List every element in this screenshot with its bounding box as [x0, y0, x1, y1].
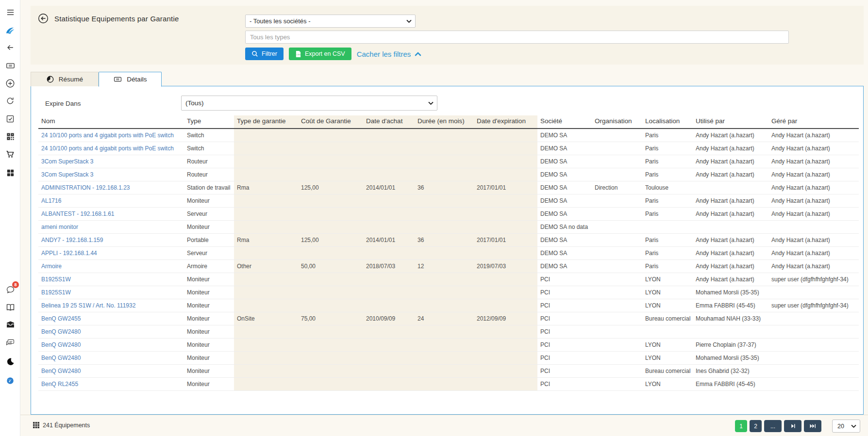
table-cell [474, 155, 537, 168]
equipment-name-link[interactable]: BenQ GW2480 [41, 368, 81, 374]
table-cell [415, 364, 474, 377]
table-cell [298, 220, 363, 233]
table-cell [768, 377, 859, 390]
hide-filters-link[interactable]: Cacher les filtres [357, 50, 422, 58]
table-cell [415, 155, 474, 168]
expire-select-control[interactable]: (Tous) [182, 96, 437, 110]
table-row: ADMINISTRATION - 192.168.1.23Station de … [38, 181, 859, 194]
equipment-name-link[interactable]: ANDY7 - 192.168.1.159 [41, 237, 103, 243]
table-cell: 24 [415, 312, 474, 325]
expire-dans-label: Expire Dans [45, 100, 81, 107]
table-cell [415, 220, 474, 233]
page-size-select-control[interactable]: 20 [833, 420, 860, 432]
table-cell: Paris [642, 246, 693, 259]
table-row: ameni monitorMoniteurDEMO SA no data [38, 220, 859, 233]
ticket-icon[interactable] [5, 60, 16, 71]
table-cell: 125,00 [298, 233, 363, 246]
table-cell [474, 351, 537, 364]
company-select-control[interactable]: - Toutes les sociétés - [246, 15, 415, 27]
table-cell [592, 142, 642, 155]
column-header: Type de garantie [234, 115, 298, 129]
equipment-name-link[interactable]: 24 10/100 ports and 4 gigabit ports with… [41, 132, 174, 139]
table-cell [592, 233, 642, 246]
table-cell [298, 325, 363, 338]
next-page-button[interactable] [784, 420, 801, 432]
table-cell: PCI [537, 377, 592, 390]
app-logo-icon[interactable] [5, 25, 16, 36]
equipment-name-link[interactable]: 3Com SuperStack 3 [41, 171, 93, 178]
support-icon[interactable] [5, 375, 16, 386]
equipment-name-link[interactable]: BenQ GW2480 [41, 341, 81, 348]
expire-select[interactable]: (Tous) [181, 96, 437, 111]
page-button-2[interactable]: 2 [750, 420, 762, 432]
back-button[interactable] [38, 13, 49, 24]
table-cell [474, 325, 537, 338]
equipment-name-link[interactable]: BenQ GW2480 [41, 328, 81, 335]
qr-code-icon[interactable] [5, 131, 16, 142]
table-cell [693, 325, 768, 338]
hamburger-menu-icon[interactable] [5, 7, 16, 17]
sync-icon[interactable] [5, 96, 16, 106]
table-row: BenQ GW2480MoniteurPCILYONPierre Choplai… [38, 338, 859, 351]
company-select[interactable]: - Toutes les sociétés - [245, 15, 416, 28]
equipment-name-link[interactable]: ADMINISTRATION - 192.168.1.23 [41, 184, 130, 191]
pie-chart-icon [46, 75, 54, 83]
page-size-select[interactable]: 20 [832, 420, 860, 433]
equipment-name-link[interactable]: 3Com SuperStack 3 [41, 158, 93, 165]
add-circle-icon[interactable] [5, 78, 16, 89]
export-csv-button[interactable]: CSV Export en CSV [289, 48, 351, 60]
table-cell [415, 299, 474, 312]
table-cell: 2010/09/09 [363, 312, 415, 325]
chat-bubbles-icon[interactable] [5, 337, 16, 348]
equipment-name-link[interactable]: APPLI - 192.168.1.44 [41, 250, 97, 257]
table-cell [298, 168, 363, 181]
table-cell: 36 [415, 181, 474, 194]
types-filter-input[interactable] [245, 31, 789, 44]
equipment-name-link[interactable]: Belinea 19 25 S1W / Art. No. 111932 [41, 302, 135, 309]
table-cell: super user (dfgfhfhfghfghf-34) [768, 273, 859, 286]
table-cell: Other [234, 259, 298, 273]
equipment-name-link[interactable]: BenQ GW2455 [41, 315, 81, 322]
equipment-name-link[interactable]: B1925S1W [41, 289, 71, 296]
table-cell: BenQ GW2480 [38, 325, 184, 338]
tab-resume[interactable]: Résumé [31, 72, 99, 86]
table-grid-icon [33, 421, 40, 429]
table-cell: 125,00 [298, 181, 363, 194]
chat-notification-icon[interactable]: 8 [5, 284, 16, 295]
tab-details[interactable]: Détails [99, 72, 162, 87]
equipment-name-link[interactable]: AL1716 [41, 197, 61, 204]
apps-grid-icon[interactable] [5, 167, 16, 178]
table-cell [592, 246, 642, 259]
table-cell: LYON [642, 286, 693, 299]
equipment-name-link[interactable]: BenQ GW2480 [41, 355, 81, 361]
task-check-icon[interactable] [5, 113, 16, 124]
table-cell: Andy Hazart (a.hazart) [768, 246, 859, 259]
table-cell [363, 129, 415, 142]
equipment-name-link[interactable]: ameni monitor [41, 224, 78, 230]
page-button-1[interactable]: 1 [735, 420, 747, 432]
equipment-name-link[interactable]: B1925S1W [41, 276, 71, 283]
back-arrow-icon[interactable] [5, 42, 16, 53]
table-cell: 3Com SuperStack 3 [38, 155, 184, 168]
equipment-name-link[interactable]: ALBANTEST - 192.168.1.61 [41, 210, 115, 217]
last-page-button[interactable] [804, 420, 821, 432]
table-cell: 12 [415, 259, 474, 273]
book-icon[interactable] [5, 302, 16, 312]
dark-mode-moon-icon[interactable] [5, 356, 16, 367]
shopping-cart-icon[interactable] [5, 149, 16, 160]
chevron-up-icon [415, 51, 421, 56]
table-cell [363, 142, 415, 155]
inbox-icon[interactable] [5, 319, 16, 330]
equipment-table: NomTypeType de garantieCoût de GarantieD… [38, 115, 859, 391]
table-row: BenQ GW2480MoniteurPCIBureau comercialIn… [38, 364, 859, 377]
page-ellipsis-button[interactable]: ... [764, 420, 782, 432]
table-cell: ALBANTEST - 192.168.1.61 [38, 207, 184, 220]
filter-button[interactable]: Filtrer [245, 48, 284, 60]
equipment-name-link[interactable]: 24 10/100 ports and 4 gigabit ports with… [41, 145, 174, 152]
csv-file-icon: CSV [295, 50, 301, 58]
equipment-name-link[interactable]: Armoire [41, 263, 62, 270]
table-cell: 24 10/100 ports and 4 gigabit ports with… [38, 129, 184, 142]
table-cell: LYON [642, 299, 693, 312]
table-cell [474, 194, 537, 207]
equipment-name-link[interactable]: BenQ RL2455 [41, 381, 78, 388]
